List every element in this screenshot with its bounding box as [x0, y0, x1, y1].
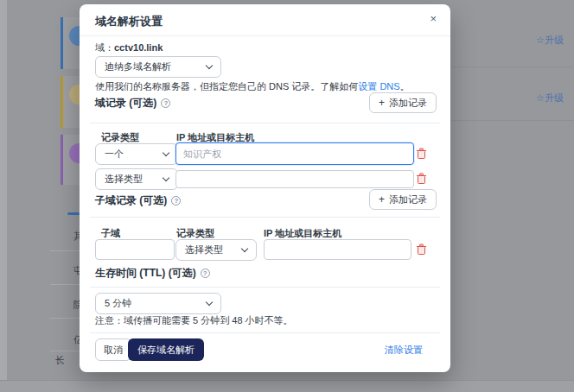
card-accent-bar	[61, 135, 63, 185]
ip-address-input[interactable]	[175, 142, 414, 165]
divider	[90, 332, 440, 333]
background-card-purple	[61, 135, 80, 185]
upgrade-link: ☆升级	[536, 34, 571, 47]
record-type-value: 选择类型	[185, 243, 223, 256]
help-icon[interactable]: ?	[171, 196, 181, 205]
domain-value: cctv10.link	[114, 42, 163, 53]
dns-mode-select-value: 迪纳多域名解析	[105, 60, 171, 73]
record-type-select[interactable]: 一个	[95, 143, 178, 165]
column-header-record-type: 记录类型	[101, 131, 139, 144]
ttl-select-value: 5 分钟	[105, 297, 131, 310]
record-type-value: 一个	[105, 148, 124, 161]
plus-icon: +	[379, 97, 385, 109]
domain-resolution-settings-dialog: 域名解析设置 × 域：cctv10.link 迪纳多域名解析 使用我们的名称服务…	[80, 4, 450, 372]
propagation-note: 注意：域传播可能需要 5 分钟到 48 小时不等。	[95, 314, 293, 327]
screen: ☆升级 ☆升级 其 屯 院 亿 长 域名解析设置 × 域：cctv10.link…	[0, 0, 574, 392]
save-button[interactable]: 保存域名解析	[128, 338, 204, 361]
dialog-header: 域名解析设置 ×	[80, 4, 450, 36]
setup-dns-link[interactable]: 设置 DNS	[358, 81, 399, 92]
card-accent-bar	[61, 17, 63, 69]
divider	[50, 284, 80, 285]
divider	[450, 120, 574, 121]
chevron-down-icon	[206, 298, 213, 305]
record-type-select[interactable]: 选择类型	[95, 168, 178, 190]
star-icon: ☆	[536, 92, 545, 103]
background-text-fragment: 长	[55, 354, 64, 367]
chevron-down-icon	[206, 61, 213, 68]
help-icon[interactable]: ?	[201, 269, 210, 278]
ttl-select[interactable]: 5 分钟	[95, 293, 221, 314]
chevron-down-icon	[163, 174, 169, 180]
background-card-yellow	[61, 76, 80, 128]
dns-description: 使用我们的名称服务器，但指定您自己的 DNS 记录。了解如何设置 DNS。	[95, 80, 410, 93]
background-tab-indicator	[67, 212, 80, 215]
add-domain-record-button[interactable]: + 添加记录	[369, 92, 437, 113]
background-text-fragment: 院	[73, 299, 80, 312]
background-text-fragment: 屯	[73, 264, 80, 277]
domain-records-heading: 域记录 (可选)?	[95, 96, 170, 111]
divider	[50, 351, 80, 351]
dialog-title: 域名解析设置	[95, 14, 163, 29]
chevron-down-icon	[241, 244, 248, 251]
add-subdomain-record-button[interactable]: + 添加记录	[369, 189, 437, 210]
domain-label: 域：	[95, 42, 114, 53]
divider	[90, 123, 440, 123]
domain-line: 域：cctv10.link	[95, 41, 163, 54]
plus-icon: +	[379, 193, 385, 205]
column-header-ip: IP 地址或目标主机	[264, 227, 341, 240]
background-text-fragment: 亿	[73, 333, 80, 346]
record-type-value: 选择类型	[105, 173, 143, 186]
background-text-fragment: 其	[73, 230, 80, 243]
star-icon: ☆	[536, 35, 545, 45]
subdomain-records-heading: 子域记录 (可选)?	[95, 193, 181, 208]
dns-mode-select[interactable]: 迪纳多域名解析	[95, 56, 221, 78]
subdomain-input[interactable]	[95, 239, 175, 260]
help-icon[interactable]: ?	[161, 98, 170, 108]
description-text: 使用我们的名称服务器，但指定您自己的 DNS 记录。了解如何	[95, 81, 358, 92]
divider	[90, 217, 440, 218]
ttl-heading: 生存时间 (TTL) (可选)?	[95, 266, 210, 281]
divider	[450, 66, 574, 67]
trash-icon[interactable]	[416, 243, 427, 256]
ip-address-input[interactable]	[264, 239, 411, 260]
cancel-button[interactable]: 取消	[95, 338, 131, 361]
chevron-down-icon	[163, 149, 169, 155]
description-period: 。	[400, 81, 410, 92]
background-bottom-row	[0, 380, 574, 392]
trash-icon[interactable]	[416, 148, 427, 160]
close-icon[interactable]: ×	[430, 13, 437, 24]
ip-address-input[interactable]	[175, 170, 414, 188]
trash-icon[interactable]	[416, 173, 427, 185]
upgrade-link: ☆升级	[536, 92, 571, 104]
divider	[90, 287, 440, 288]
divider	[50, 250, 80, 251]
background-card-blue	[61, 17, 80, 69]
record-type-select[interactable]: 选择类型	[175, 239, 257, 261]
column-header-record-type: 记录类型	[176, 227, 214, 240]
column-header-subdomain: 子域	[101, 227, 120, 240]
divider	[50, 318, 80, 319]
card-accent-bar	[61, 76, 63, 128]
background-sidebar-edge	[0, 0, 7, 392]
clear-settings-link[interactable]: 清除设置	[385, 344, 423, 357]
